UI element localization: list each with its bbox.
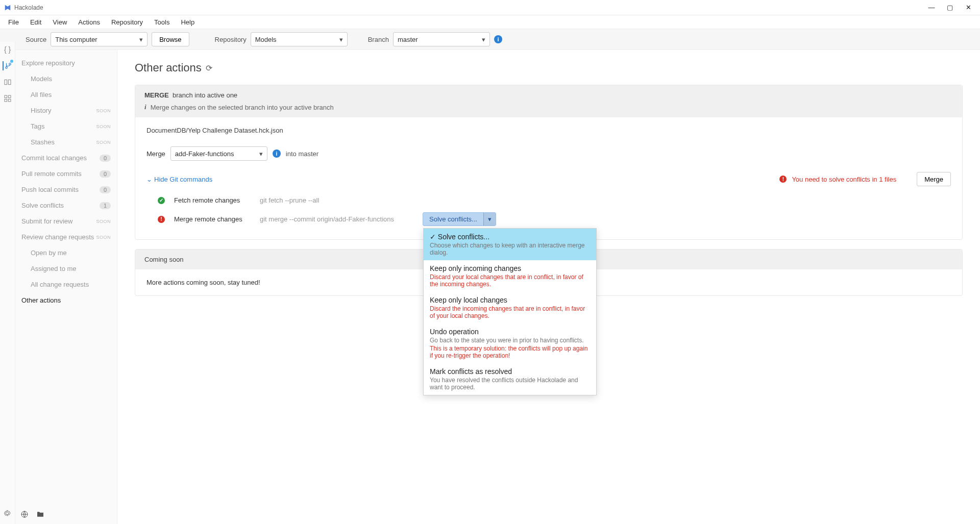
svg-rect-5 [8, 99, 11, 102]
window-minimize[interactable]: — [928, 4, 935, 11]
menubar: File Edit View Actions Repository Tools … [0, 15, 980, 29]
sidebar-allfiles[interactable]: All files [15, 87, 117, 103]
globe-icon[interactable] [20, 510, 29, 520]
window-close[interactable]: ✕ [965, 4, 972, 11]
fetch-row: ✓ Fetch remote changes git fetch --prune… [146, 192, 951, 208]
svg-rect-3 [8, 95, 11, 98]
chevron-down-icon[interactable]: ▾ [483, 213, 496, 226]
merge-remote-row: ! Merge remote changes git merge --commi… [146, 208, 951, 230]
repository-label: Repository [215, 36, 247, 43]
solve-conflicts-button[interactable]: Solve conflicts... ▾ ✓ Solve conflicts..… [423, 212, 496, 226]
merge-card-desc: iMerge changes on the selected branch in… [144, 103, 953, 111]
menu-actions[interactable]: Actions [73, 17, 105, 27]
dd-undo[interactable]: Undo operation Go back to the state you … [424, 323, 596, 363]
sidebar-submit: Submit for reviewSOON [15, 213, 117, 229]
menu-tools[interactable]: Tools [149, 17, 175, 27]
merge-button[interactable]: Merge [917, 172, 951, 186]
merge-card: MERGE branch into active one iMerge chan… [135, 85, 963, 240]
conflict-warning: You need to solve conflicts in 1 files [792, 176, 896, 183]
main-content: Other actions ⟳ MERGE branch into active… [117, 50, 980, 524]
titlebar: Hackolade — ▢ ✕ [0, 0, 980, 15]
sidebar-history: HistorySOON [15, 103, 117, 118]
sidebar-solve[interactable]: Solve conflicts1 [15, 197, 117, 213]
warning-icon: ! [779, 176, 787, 183]
toolbar: { } Source This computer Browse Reposito… [0, 29, 980, 50]
svg-rect-2 [5, 95, 7, 98]
app-logo [4, 4, 11, 11]
repository-select[interactable]: Models [251, 32, 348, 46]
refresh-icon[interactable]: ⟳ [206, 63, 212, 73]
menu-view[interactable]: View [47, 17, 72, 27]
merge-card-title: MERGE branch into active one [144, 91, 953, 99]
info-icon[interactable]: i [273, 149, 281, 158]
sidebar-review: Review change requestsSOON [15, 229, 117, 245]
branch-label: Branch [368, 36, 389, 43]
sidebar: Explore repository Models All files Hist… [15, 50, 117, 524]
info-icon: i [144, 103, 146, 111]
dd-keep-incoming[interactable]: Keep only incoming changes Discard your … [424, 260, 596, 292]
warning-icon: ! [158, 216, 165, 223]
source-select[interactable]: This computer [51, 32, 148, 46]
page-title: Other actions ⟳ [135, 61, 963, 74]
sidebar-commit[interactable]: Commit local changes0 [15, 150, 117, 166]
hide-git-commands[interactable]: ⌄ Hide Git commands [146, 176, 212, 183]
sidebar-allcr[interactable]: All change requests [15, 277, 117, 292]
sidebar-models[interactable]: Models [15, 71, 117, 87]
branch-icon[interactable] [3, 61, 12, 70]
dd-mark-resolved[interactable]: Mark conflicts as resolved You have reso… [424, 363, 596, 395]
sidebar-tags: TagsSOON [15, 118, 117, 134]
merge-label: Merge [146, 150, 165, 158]
window-maximize[interactable]: ▢ [946, 4, 953, 11]
compare-icon[interactable] [3, 78, 12, 87]
sidebar-pull[interactable]: Pull remote commits0 [15, 166, 117, 182]
source-label: Source [26, 36, 46, 43]
app-name: Hackolade [14, 4, 43, 11]
branch-select[interactable]: master [393, 32, 490, 46]
solve-conflicts-dropdown: ✓ Solve conflicts... Choose which change… [423, 228, 597, 395]
sidebar-stashes: StashesSOON [15, 134, 117, 150]
menu-repository[interactable]: Repository [106, 17, 148, 27]
braces-icon[interactable]: { } [3, 45, 12, 54]
browse-button[interactable]: Browse [152, 32, 189, 46]
sidebar-open-by-me[interactable]: Open by me [15, 245, 117, 261]
menu-edit[interactable]: Edit [25, 17, 46, 27]
menu-file[interactable]: File [3, 17, 24, 27]
dd-solve-conflicts[interactable]: ✓ Solve conflicts... Choose which change… [424, 229, 596, 260]
svg-rect-1 [8, 80, 11, 84]
svg-rect-0 [5, 80, 7, 84]
file-path: DocumentDB/Yelp Challenge Dataset.hck.js… [146, 127, 951, 134]
into-master-text: into master [286, 150, 318, 158]
sidebar-other-actions[interactable]: Other actions [15, 292, 117, 308]
svg-rect-4 [5, 99, 7, 102]
info-icon[interactable]: i [494, 35, 502, 43]
sidebar-explore[interactable]: Explore repository [15, 55, 117, 71]
merge-branch-select[interactable]: add-Faker-functions [170, 146, 267, 161]
sidebar-push[interactable]: Push local commits0 [15, 182, 117, 197]
sidebar-assigned[interactable]: Assigned to me [15, 261, 117, 277]
menu-help[interactable]: Help [176, 17, 200, 27]
check-icon: ✓ [158, 197, 165, 204]
folder-icon[interactable] [36, 510, 45, 520]
grid-icon[interactable] [3, 94, 12, 103]
dd-keep-local[interactable]: Keep only local changes Discard the inco… [424, 292, 596, 323]
settings-icon[interactable] [3, 509, 11, 519]
